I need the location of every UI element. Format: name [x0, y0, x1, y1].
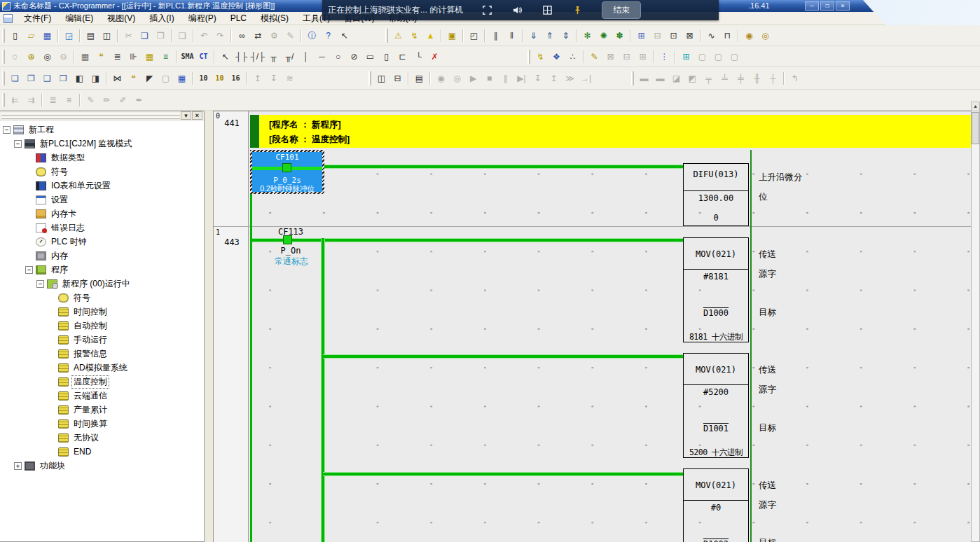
coil-button[interactable]: ○ — [331, 49, 345, 64]
cascade-windows-button[interactable]: ❏ — [8, 71, 22, 85]
mov-instruction-box-2[interactable]: MOV(021) #5200 D1001 5200 十六进制 — [683, 353, 749, 458]
find-button[interactable]: ∞ — [235, 28, 249, 43]
data-trace-button[interactable]: ⊠ — [682, 28, 697, 43]
tree-item[interactable]: 报警信息 — [0, 347, 204, 361]
trace-disabled-button[interactable]: ≋ — [282, 71, 297, 85]
panel-splitter[interactable] — [205, 111, 214, 542]
align-list-button[interactable]: ≣ — [46, 92, 60, 107]
net-view-7-button[interactable]: ╪ — [733, 71, 748, 85]
show-workspace-button[interactable]: ◫ — [374, 71, 389, 85]
upload-disabled-button[interactable]: ↥ — [250, 71, 265, 85]
sim-to-end-button[interactable]: →| — [579, 71, 593, 85]
tree-item[interactable]: 设置 — [0, 193, 204, 207]
tile-vertical-button[interactable]: ❑ — [40, 71, 55, 85]
tree-item[interactable]: END — [0, 445, 204, 459]
tree-item[interactable]: 时间控制 — [0, 305, 204, 319]
end-remote-button[interactable]: 结束 — [602, 1, 641, 19]
cross-reference-button[interactable]: ⋈ — [110, 71, 125, 85]
menu-item[interactable]: 模拟(S) — [254, 12, 296, 25]
force-on-button[interactable]: ✻ — [580, 28, 595, 43]
delete-tool-button[interactable]: ✗ — [427, 49, 442, 64]
tree-toggle[interactable]: + — [14, 462, 22, 470]
sim-pause-button[interactable]: ∥ — [498, 71, 513, 85]
work-online-button[interactable]: ◰ — [467, 28, 481, 43]
net-view-3-button[interactable]: ◪ — [669, 71, 684, 85]
edit-pen-2-button[interactable]: ✏ — [99, 92, 114, 107]
pause-monitor-button[interactable]: ∥ — [488, 28, 503, 43]
toolbar-handle[interactable] — [631, 71, 634, 85]
tree-item[interactable]: − 新程序 (00)运行中 — [0, 277, 204, 291]
watch-window-button[interactable]: ▢ — [158, 71, 173, 85]
save-button[interactable]: ▦ — [40, 28, 55, 43]
tree-item[interactable]: IO表和单元设置 — [0, 179, 204, 193]
zoom-out-button[interactable]: ⊖ — [56, 49, 71, 64]
tree-toggle[interactable]: − — [3, 126, 11, 134]
or-contact-no-button[interactable]: ╥ — [266, 49, 281, 64]
tile-horizontal-button[interactable]: ❐ — [24, 71, 39, 85]
go-to-online-edit-button[interactable]: ⊞ — [635, 49, 650, 64]
return-button[interactable]: ↰ — [787, 71, 802, 85]
paste-attributes-button[interactable]: ❑ — [175, 28, 190, 43]
rung-list-button[interactable]: ≣ — [110, 49, 125, 64]
net-view-6-button[interactable]: ╧ — [717, 71, 732, 85]
tree-item[interactable]: 无协议 — [0, 431, 204, 445]
or-contact-nc-button[interactable]: ╥/ — [282, 49, 297, 64]
net-view-9-button[interactable]: ┼ — [766, 71, 780, 85]
panel-close-button[interactable]: × — [192, 111, 202, 120]
tree-item[interactable]: 符号 — [0, 291, 204, 305]
redo-button[interactable]: ↷ — [213, 28, 228, 43]
toolbar-handle[interactable] — [2, 50, 5, 64]
compile-program-button[interactable]: ❖ — [549, 49, 564, 64]
release-password-button[interactable]: ◎ — [758, 28, 773, 43]
sim-run-button[interactable]: ▶ — [466, 71, 481, 85]
ct-view-button[interactable]: CT — [196, 49, 211, 64]
toolbar-handle[interactable] — [2, 93, 5, 107]
toolbar-handle[interactable] — [527, 50, 530, 64]
mov-instruction-box-1[interactable]: MOV(021) #8181 D1000 8181 十六进制 — [683, 237, 749, 342]
properties-window-button[interactable]: ◨ — [88, 71, 103, 85]
contact-no-button[interactable]: ┤├ — [234, 49, 249, 64]
tree-toggle[interactable]: − — [25, 266, 33, 274]
zoom-tool-button[interactable]: ◌ — [8, 49, 22, 64]
net-view-5-button[interactable]: ╤ — [701, 71, 716, 85]
address-reference-button[interactable]: ◤ — [142, 71, 157, 85]
scrollbar-thumb[interactable] — [972, 112, 979, 144]
program-list-button[interactable]: ⋮ — [657, 49, 672, 64]
window-layout-icon[interactable] — [541, 4, 553, 16]
tree-item[interactable]: 符号 — [0, 165, 204, 179]
close-button[interactable]: × — [836, 1, 850, 11]
scroll-up-icon[interactable]: ▲ — [972, 102, 979, 111]
sim-stop-button[interactable]: ■ — [482, 71, 497, 85]
fullscreen-icon[interactable] — [481, 4, 493, 16]
menu-item[interactable]: 编程(P) — [181, 12, 223, 25]
inverted-instruction-button[interactable]: ▯ — [379, 49, 394, 64]
indent-button[interactable]: ⇇ — [8, 92, 22, 107]
tree-item[interactable]: 温度控制 — [0, 375, 204, 389]
edit-pen-4-button[interactable]: ✒ — [132, 92, 146, 107]
io-monitor-button[interactable]: ⊪ — [126, 49, 141, 64]
restore-button[interactable]: ❐ — [820, 1, 834, 11]
toolbar-handle[interactable] — [368, 71, 371, 85]
pin-icon[interactable] — [572, 4, 584, 16]
select-tool-button[interactable]: ↖ — [218, 49, 233, 64]
online-simulator-button[interactable]: ↯ — [407, 28, 422, 43]
grid-toggle-button[interactable]: ▦ — [78, 49, 92, 64]
cut-button[interactable]: ✂ — [121, 28, 136, 43]
arrange-icons-button[interactable]: ❒ — [56, 71, 71, 85]
toolbar-handle[interactable] — [385, 29, 388, 43]
cycle-time-button[interactable]: ⊓ — [720, 28, 735, 43]
menu-item[interactable]: 文件(F) — [17, 12, 58, 25]
force-off-button[interactable]: ✺ — [596, 28, 611, 43]
tree-item[interactable]: 内存 — [0, 249, 204, 263]
print-button[interactable]: ▤ — [83, 28, 98, 43]
sim-step-in-button[interactable]: ↧ — [530, 71, 545, 85]
net-view-4-button[interactable]: ◩ — [685, 71, 700, 85]
net-view-1-button[interactable]: ▬ — [637, 71, 651, 85]
set-password-button[interactable]: ◉ — [742, 28, 757, 43]
minimize-button[interactable]: − — [805, 1, 819, 11]
rung-comment-button[interactable]: ❝ — [94, 49, 109, 64]
panel-dropdown-button[interactable]: ▾ — [181, 111, 191, 120]
monitor-hex-button[interactable]: ⊟ — [650, 28, 665, 43]
force-cancel-button[interactable]: ✽ — [612, 28, 627, 43]
tree-item[interactable]: 自动控制 — [0, 319, 204, 333]
